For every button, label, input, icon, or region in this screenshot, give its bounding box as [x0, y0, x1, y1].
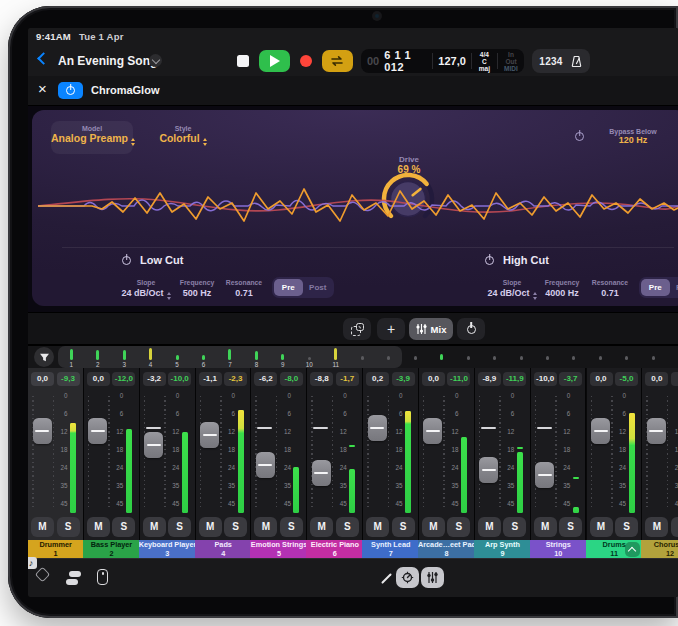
minimap-viewport[interactable]: 1234567891011	[58, 346, 402, 368]
channel-name-label[interactable]: Arcade…eet Pad 8	[418, 540, 475, 558]
mute-button[interactable]: M	[199, 517, 222, 537]
pre-option[interactable]: Pre	[641, 279, 670, 296]
collapse-chevron-button[interactable]	[625, 542, 640, 557]
post-option[interactable]: Post	[671, 279, 678, 296]
cycle-button[interactable]	[322, 50, 353, 72]
solo-button[interactable]: S	[224, 517, 247, 537]
high-cut-resonance[interactable]: Resonance 0.71	[578, 279, 642, 298]
mute-button[interactable]: M	[310, 517, 333, 537]
channel-peak-value[interactable]: -3,7	[559, 372, 582, 386]
stop-button[interactable]	[231, 50, 255, 72]
mute-button[interactable]: M	[366, 517, 389, 537]
routing-icon[interactable]	[66, 569, 84, 587]
solo-button[interactable]: S	[559, 517, 582, 537]
song-menu-chevron-icon[interactable]	[149, 54, 162, 67]
channel-name-label[interactable]: Arp Synth 9	[474, 540, 531, 558]
fader-handle[interactable]	[535, 462, 554, 488]
solo-button[interactable]: S	[112, 517, 135, 537]
solo-button[interactable]: S	[57, 517, 80, 537]
count-in-button[interactable]: 1234	[539, 56, 562, 67]
channel-name-label[interactable]: Chorus V 12	[641, 540, 678, 558]
mute-button[interactable]: M	[143, 517, 166, 537]
channel-name-label[interactable]: Keyboard Player 3	[139, 540, 196, 558]
fader-handle[interactable]	[368, 415, 387, 441]
bypass-below-control[interactable]: Bypass Below 120 Hz	[590, 128, 676, 145]
solo-button[interactable]: S	[336, 517, 359, 537]
channel-peak-value[interactable]: -5,0	[615, 372, 638, 386]
mute-button[interactable]: M	[645, 517, 668, 537]
fader-handle[interactable]	[479, 457, 498, 483]
channel-name-label[interactable]: Electric Piano 6	[306, 540, 363, 558]
play-button[interactable]	[259, 50, 290, 72]
lcd-display[interactable]: 00 6 1 1 012 127,0 4/4 C maj In Out MIDI	[361, 49, 524, 73]
channel-peak-value[interactable]	[671, 372, 678, 386]
fader-handle[interactable]	[647, 418, 666, 444]
plugin-power-button[interactable]	[58, 82, 83, 99]
channel-volume-value[interactable]: -3,2	[143, 372, 166, 386]
mute-button[interactable]: M	[478, 517, 501, 537]
channel-peak-value[interactable]: -2,3	[224, 372, 247, 386]
channel-peak-value[interactable]: -3,9	[392, 372, 415, 386]
solo-button[interactable]: S	[280, 517, 303, 537]
solo-button[interactable]: S	[615, 517, 638, 537]
song-title[interactable]: An Evening Song	[58, 54, 157, 68]
mixer-toggle[interactable]	[421, 567, 444, 588]
channel-volume-value[interactable]: 0,0	[590, 372, 613, 386]
channel-volume-value[interactable]: -6,2	[254, 372, 277, 386]
fader-handle[interactable]	[88, 418, 107, 444]
mute-button[interactable]: M	[590, 517, 613, 537]
channel-peak-value[interactable]: -11,9	[503, 372, 526, 386]
fader-handle[interactable]	[33, 418, 52, 444]
channel-volume-value[interactable]: 0,2	[366, 372, 389, 386]
fader-handle[interactable]	[312, 460, 331, 486]
channel-name-label[interactable]: Strings 10	[530, 540, 587, 558]
mute-button[interactable]: M	[87, 517, 110, 537]
mute-button[interactable]: M	[254, 517, 277, 537]
fader-handle[interactable]	[200, 422, 219, 448]
record-button[interactable]	[294, 50, 318, 72]
channel-name-label[interactable]: Synth Lead 7	[362, 540, 419, 558]
post-option[interactable]: Post	[304, 279, 333, 296]
plugin-controls-toggle[interactable]	[396, 567, 419, 588]
mute-button[interactable]: M	[31, 517, 54, 537]
channel-volume-value[interactable]: 0,0	[645, 372, 668, 386]
fader-handle[interactable]	[423, 418, 442, 444]
channel-name-label[interactable]: Emotion Strings 5	[250, 540, 307, 558]
channel-volume-value[interactable]: 0,0	[31, 372, 54, 386]
channel-volume-value[interactable]: 0,0	[422, 372, 445, 386]
fader-handle[interactable]	[591, 418, 610, 444]
channel-peak-value[interactable]: -9,3	[57, 372, 80, 386]
channel-volume-value[interactable]: -1,1	[199, 372, 222, 386]
solo-button[interactable]: S	[671, 517, 678, 537]
channel-volume-value[interactable]: -8,8	[310, 372, 333, 386]
solo-button[interactable]: S	[168, 517, 191, 537]
region-copy-button[interactable]	[343, 318, 371, 340]
solo-button[interactable]: S	[392, 517, 415, 537]
model-selector[interactable]: Model Analog Preamp	[51, 121, 133, 154]
back-chevron-icon[interactable]	[37, 52, 50, 65]
channel-name-label[interactable]: Drummer 1	[28, 540, 84, 558]
filter-button[interactable]	[34, 347, 54, 367]
channel-volume-value[interactable]: -10,0	[534, 372, 557, 386]
add-track-button[interactable]: +	[377, 318, 405, 340]
channel-power-button[interactable]	[457, 318, 485, 340]
channel-volume-value[interactable]: 0,0	[87, 372, 110, 386]
mute-button[interactable]: M	[422, 517, 445, 537]
metronome-icon[interactable]	[570, 55, 583, 68]
channel-peak-value[interactable]: -8,0	[280, 372, 303, 386]
mute-button[interactable]: M	[534, 517, 557, 537]
channel-peak-value[interactable]: -12,0	[112, 372, 135, 386]
pre-option[interactable]: Pre	[274, 279, 303, 296]
solo-button[interactable]: S	[503, 517, 526, 537]
high-cut-power-icon[interactable]	[485, 256, 494, 265]
style-selector[interactable]: Style Colorful	[148, 125, 218, 146]
pencil-icon[interactable]	[380, 571, 394, 585]
low-cut-resonance[interactable]: Resonance 0.71	[212, 279, 276, 298]
channel-peak-value[interactable]: -11,0	[447, 372, 470, 386]
close-plugin-icon[interactable]: ×	[38, 80, 47, 97]
channel-volume-value[interactable]: -8,9	[478, 372, 501, 386]
channel-name-label[interactable]: Pads 4	[195, 540, 252, 558]
bypass-power-icon[interactable]	[575, 132, 584, 141]
channel-peak-value[interactable]: -10,0	[168, 372, 191, 386]
solo-button[interactable]: S	[447, 517, 470, 537]
